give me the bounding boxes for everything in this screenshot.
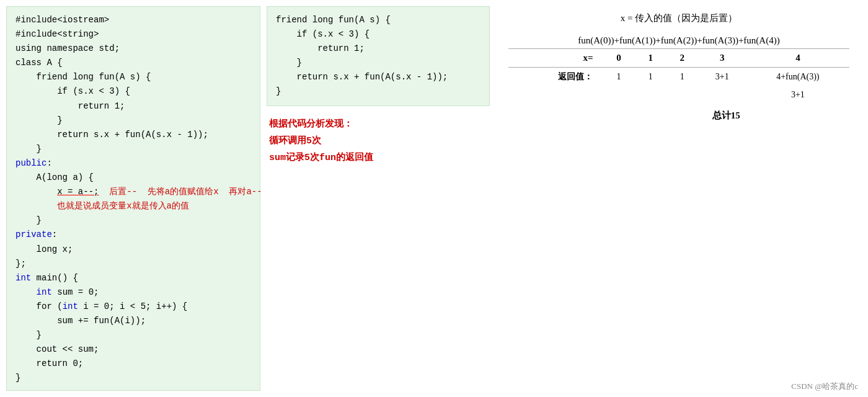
- x-val-4: 4: [746, 49, 849, 68]
- sub-return-val: 3+1: [746, 86, 849, 104]
- right-title: x = 传入的值（因为是后置）: [508, 12, 849, 24]
- return-label: 返回值：: [508, 68, 603, 87]
- annotation-line-2: 循环调用5次: [269, 133, 487, 149]
- return-val-0: 1: [603, 68, 634, 87]
- return-val-1: 1: [635, 68, 666, 87]
- code-block-left: #include<iostream> #include<string> usin…: [16, 13, 251, 385]
- total-row: 总计15: [508, 104, 849, 125]
- middle-code-box: friend long fun(A s) { if (s.x < 3) { re…: [267, 6, 490, 106]
- annotation-line-3: sum记录5次fun的返回值: [269, 149, 487, 166]
- right-panel: x = 传入的值（因为是后置） fun(A(0))+fun(A(1))+fun(…: [496, 6, 862, 391]
- analysis-table: fun(A(0))+fun(A(1))+fun(A(2))+fun(A(3))+…: [508, 32, 849, 125]
- x-val-2: 2: [666, 49, 698, 68]
- fun-sum-cell: fun(A(0))+fun(A(1))+fun(A(2))+fun(A(3))+…: [508, 32, 849, 49]
- x-val-3: 3: [698, 49, 746, 68]
- return-val-2: 1: [666, 68, 698, 87]
- middle-annotation: 根据代码分析发现： 循环调用5次 sum记录5次fun的返回值: [267, 111, 490, 171]
- return-row: 返回值： 1 1 1 3+1 4+fun(A(3)): [508, 68, 849, 87]
- x-val-0: 0: [603, 49, 634, 68]
- middle-panel: friend long fun(A s) { if (s.x < 3) { re…: [267, 6, 490, 391]
- x-val-1: 1: [635, 49, 666, 68]
- x-row: x= 0 1 2 3 4: [508, 49, 849, 68]
- fun-sum-row: fun(A(0))+fun(A(1))+fun(A(2))+fun(A(3))+…: [508, 32, 849, 49]
- return-val-4: 4+fun(A(3)): [746, 68, 849, 87]
- footer-text: CSDN @哈茶真的c: [791, 381, 858, 392]
- return-val-3: 3+1: [698, 68, 746, 87]
- annotation-line-1: 根据代码分析发现：: [269, 116, 487, 133]
- x-label: x=: [508, 49, 603, 68]
- main-container: #include<iostream> #include<string> usin…: [0, 0, 868, 397]
- sub-return-row: 3+1: [508, 86, 849, 104]
- left-code-panel: #include<iostream> #include<string> usin…: [6, 6, 260, 391]
- total-cell: 总计15: [603, 104, 849, 125]
